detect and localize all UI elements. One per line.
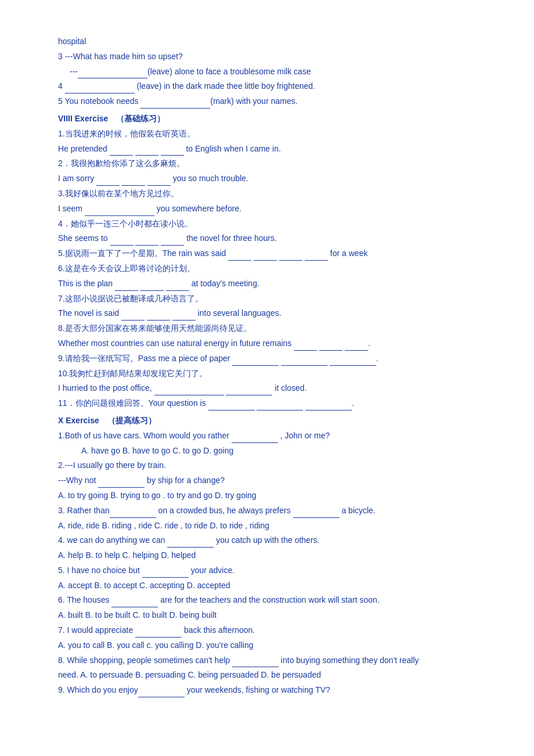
line-viii-8-cn: 8.是否大部分国家在将来能够使用天然能源尚待见证。 — [58, 322, 476, 336]
line-x-7: 7. I would appreciate back this afternoo… — [58, 624, 476, 638]
line-x-8: 8. While shopping, people sometimes can'… — [58, 654, 476, 668]
line-viii-8-en: Whether most countries can use natural e… — [58, 337, 476, 351]
line-x-2a: 2.---I usually go there by train. — [58, 459, 476, 473]
line-viii-3-cn: 3.我好像以前在某个地方见过你。 — [58, 187, 476, 201]
line-viii-11-en: 11．你的问题很难回答。Your question is . — [58, 397, 476, 411]
line-x-9: 9. Which do you enjoy your weekends, fis… — [58, 683, 476, 697]
line-x-8-cont: need. A. to persuade B. persuading C. be… — [58, 668, 476, 682]
line-viii-7-en: The novel is said into several languages… — [58, 307, 476, 321]
line-viii-2-en: I am sorry you so much trouble. — [58, 172, 476, 186]
line-q4: 4 (leave) in the dark made thee little b… — [58, 80, 476, 93]
line-x-6-opts: A. built B. to be built C. to built D. b… — [58, 609, 476, 622]
line-x-4-opts: A. help B. to help C. helping D. helped — [58, 549, 476, 563]
line-x-4: 4. we can do anything we can you catch u… — [58, 534, 476, 548]
line-x-3-opts: A. ride, ride B. riding , ride C. ride ,… — [58, 519, 476, 533]
line-viii-3-en: I seem you somewhere before. — [58, 202, 476, 216]
line-viii-1-cn: 1.当我进来的时候，他假装在听英语。 — [58, 127, 476, 141]
line-x-3: 3. Rather than on a crowded bus, he alwa… — [58, 504, 476, 518]
line-x-7-opts: A. you to call B. you call c. you callin… — [58, 639, 476, 653]
line-viii-10-en: I hurried to the post office, it closed. — [58, 381, 476, 395]
line-viii-9-cn: 9.请给我一张纸写写。Pass me a piece of paper . — [58, 352, 476, 366]
line-x-5: 5. I have no choice but your advice. — [58, 564, 476, 578]
line-viii-5-en: 5.据说雨一直下了一个星期。The rain was said for a we… — [58, 247, 476, 261]
line-viii-4-cn: 4．她似乎一连三个小时都在读小说。 — [58, 217, 476, 231]
line-hospital: hospital — [58, 35, 476, 49]
line-viii-6-en: This is the plan at today's meeting. — [58, 277, 476, 291]
line-x-2b: ---Why not by ship for a change? — [58, 474, 476, 488]
line-viii-7-cn: 7.这部小说据说已被翻译成几种语言了。 — [58, 292, 476, 306]
line-viii-1-en: He pretended to English when I came in. — [58, 142, 476, 156]
line-x-6: 6. The houses are for the teachers and t… — [58, 593, 476, 607]
line-viii-2-cn: 2．我很抱歉给你添了这么多麻烦。 — [58, 157, 476, 171]
line-x-1: 1.Both of us have cars. Whom would you r… — [58, 429, 476, 443]
main-content: hospital 3 ---What has made him so upset… — [58, 35, 476, 697]
line-viii-4-en: She seems to the novel for three hours. — [58, 232, 476, 246]
line-x-5-opts: A. accept B. to accept C. accepting D. a… — [58, 579, 476, 593]
line-q3-ans: ---(leave) alone to face a troublesome m… — [58, 65, 476, 79]
line-x-1-opts: A. have go B. have to go C. to go D. goi… — [58, 444, 476, 458]
line-q3: 3 ---What has made him so upset? — [58, 50, 476, 64]
line-x-2-opts: A. to try going B. trying to go . to try… — [58, 489, 476, 503]
section-viii-header: VIIII Exercise （基础练习） — [58, 112, 476, 126]
section-x-header: X Exercise （提高练习） — [58, 414, 476, 428]
line-viii-10-cn: 10.我匆忙赶到邮局结果却发现它关门了。 — [58, 367, 476, 381]
line-q5: 5 You notebook needs (mark) with your na… — [58, 95, 476, 109]
line-viii-6-cn: 6.这是在今天会议上即将讨论的计划。 — [58, 262, 476, 276]
